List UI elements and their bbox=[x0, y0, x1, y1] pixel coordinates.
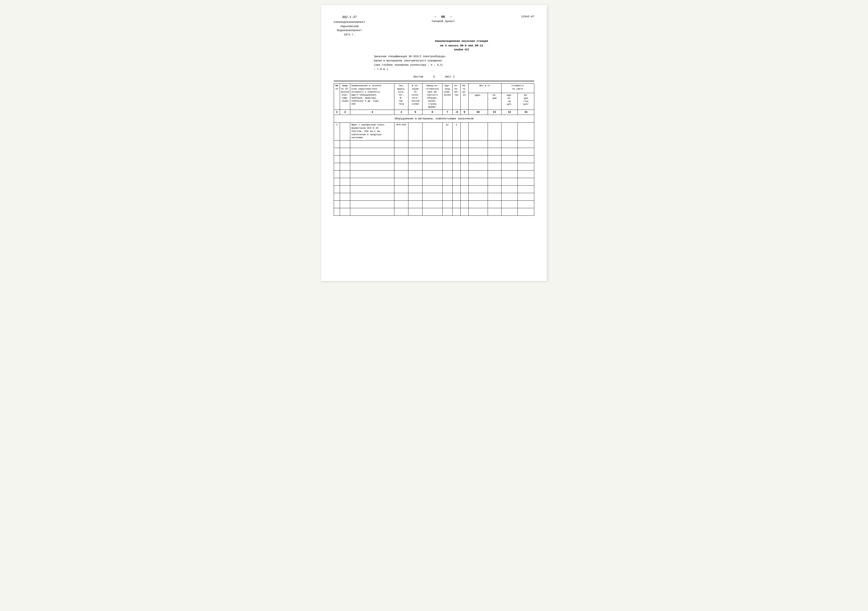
empty-row bbox=[334, 208, 534, 216]
empty-row bbox=[334, 186, 534, 193]
header-section: 902-1-37 Союзводоканалпроект Харьковский… bbox=[334, 15, 534, 37]
th-col6: Завод-из-готовитель/для им-портногообору… bbox=[422, 84, 442, 110]
subtitle-line1: Заказная спецификация ЗО-ЗСО/2 электрооб… bbox=[374, 54, 534, 59]
num-8: ·8 bbox=[452, 110, 460, 115]
num-10: IO bbox=[468, 110, 488, 115]
org-year: 1973 г. bbox=[334, 33, 365, 37]
sheets-label1: Листов bbox=[413, 75, 423, 78]
th-col8: Ко-ли-чес-тво bbox=[452, 84, 460, 110]
empty-row bbox=[334, 163, 534, 171]
sheets-value1: 5 bbox=[433, 75, 435, 78]
empty-row bbox=[334, 140, 534, 148]
subtitle-line3: (при глубине заложения коллектора – 4 – … bbox=[374, 63, 534, 67]
subtitle-block: Заказная спецификация ЗО-ЗСО/2 электрооб… bbox=[374, 54, 534, 71]
num-11: II bbox=[488, 110, 501, 115]
th-w2: об-щий bbox=[488, 93, 501, 110]
row1-type: ЯТП-025 bbox=[394, 123, 408, 140]
th-cost: Стоимостьпо смете bbox=[501, 84, 534, 93]
th-col3: Наименование и техниче-ская характеристи… bbox=[350, 84, 394, 110]
row1-pos bbox=[408, 123, 422, 140]
table-row: I Ящик с однофазным транс-форматором ОСО… bbox=[334, 123, 534, 140]
row1-manuf bbox=[422, 123, 442, 140]
table-number-row: I 2 3 4 5 6 7 ·8 9 IO II I2 I3 bbox=[334, 110, 534, 115]
th-weight: Вес в кг bbox=[468, 84, 501, 93]
row1-name: Ящик с однофазным транс-форматором ОСО-0… bbox=[350, 123, 394, 140]
th-col2: Шифрпо об-разнойклас-сифи-кации bbox=[340, 84, 350, 110]
section-title-text: Оборудование и материалы, комплектуемые … bbox=[394, 117, 473, 120]
section-title-cell: Оборудование и материалы, комплектуемые … bbox=[334, 115, 534, 123]
th-w1: един. bbox=[468, 93, 488, 110]
empty-row bbox=[334, 193, 534, 201]
empty-row bbox=[334, 155, 534, 163]
row1-w1 bbox=[468, 123, 488, 140]
row1-qty: I bbox=[452, 123, 460, 140]
th-col5: № по-зициипотехно-логи-ческойсхеме bbox=[408, 84, 422, 110]
th-col9: Ма-те-ри-ал bbox=[460, 84, 468, 110]
empty-row bbox=[334, 171, 534, 178]
title-line1: Канализационная насосная станция bbox=[389, 39, 534, 43]
title-album: Альбом VII bbox=[389, 48, 534, 52]
row1-c1 bbox=[501, 123, 518, 140]
divider-top bbox=[334, 81, 534, 81]
org-line2: Харьковский bbox=[334, 24, 365, 29]
subtitle-line2: вания и материалов электрического освеще… bbox=[374, 59, 534, 63]
center-label: Типовой проект bbox=[370, 20, 516, 23]
th-col1: №№ пп bbox=[334, 84, 340, 110]
th-col4: Тип,марка,ката-лог,№.чер-теха bbox=[394, 84, 408, 110]
empty-row bbox=[334, 201, 534, 208]
num-12: I2 bbox=[501, 110, 518, 115]
center-number: 66 bbox=[441, 15, 445, 19]
num-9: 9 bbox=[460, 110, 468, 115]
header-center: - 66 - Типовой проект bbox=[365, 15, 521, 23]
org-line1: Союзводоканалпроект bbox=[334, 20, 365, 24]
num-6: 6 bbox=[422, 110, 442, 115]
table-header-row: №№ пп Шифрпо об-разнойклас-сифи-кации На… bbox=[334, 84, 534, 93]
center-dash1: - bbox=[434, 15, 436, 19]
th-c2: Об-щая/тысруб/ bbox=[518, 93, 534, 110]
right-number: 12945-07 bbox=[521, 15, 534, 18]
doc-number: 902-1-37 bbox=[334, 15, 365, 20]
num-5: 5 bbox=[408, 110, 422, 115]
sheets-line: Листов 5 Лист I bbox=[334, 75, 534, 78]
num-1: I bbox=[334, 110, 340, 115]
th-col7: Еди-ницаизме-рения bbox=[442, 84, 452, 110]
row1-num: I bbox=[334, 123, 340, 140]
empty-row bbox=[334, 148, 534, 155]
num-7: 7 bbox=[442, 110, 452, 115]
num-13: I3 bbox=[518, 110, 534, 115]
th-c1: еди-ни-цыруб. bbox=[501, 93, 518, 110]
sheets-label2: Лист I bbox=[445, 75, 455, 78]
num-4: 4 bbox=[394, 110, 408, 115]
row1-mat bbox=[460, 123, 468, 140]
row1-code bbox=[340, 123, 350, 140]
header-right: 12945-07 bbox=[521, 15, 534, 18]
row1-w2 bbox=[488, 123, 501, 140]
center-dash2: - bbox=[450, 15, 452, 19]
org-line3: Водоканалпроект bbox=[334, 28, 365, 33]
num-2: 2 bbox=[340, 110, 350, 115]
main-table: №№ пп Шифрпо об-разнойклас-сифи-кации На… bbox=[334, 83, 534, 216]
title-block: Канализационная насосная станция на 3 на… bbox=[389, 39, 534, 52]
subtitle-line4: – 7.0 м ) bbox=[374, 67, 534, 71]
num-3: 3 bbox=[350, 110, 394, 115]
row1-c2 bbox=[518, 123, 534, 140]
title-line2: на 3 насоса 5Ф-6 или 5Ф-12 bbox=[389, 43, 534, 48]
header-left: 902-1-37 Союзводоканалпроект Харьковский… bbox=[334, 15, 365, 37]
row1-unit: шт bbox=[442, 123, 452, 140]
section-title-row: Оборудование и материалы, комплектуемые … bbox=[334, 115, 534, 123]
empty-row bbox=[334, 178, 534, 186]
document-page: 902-1-37 Союзводоканалпроект Харьковский… bbox=[321, 5, 547, 281]
